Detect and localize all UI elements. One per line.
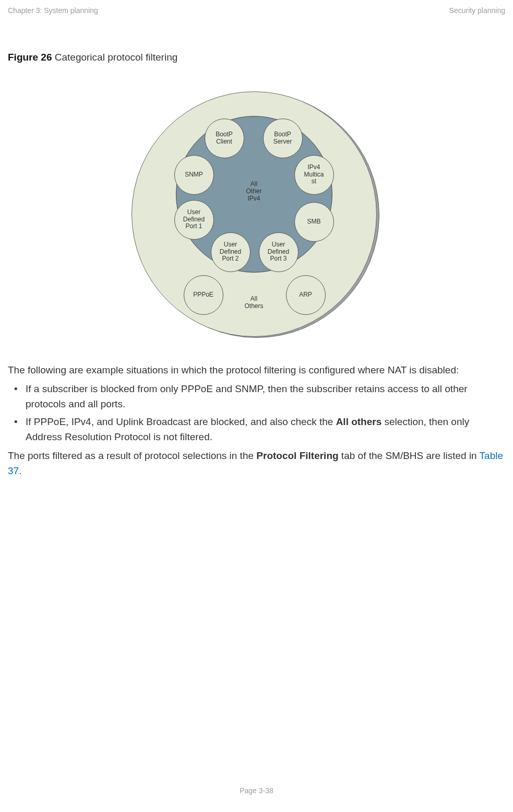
p2-c: . [19,465,21,476]
node-ipv4-multicast: IPv4 Multica st [294,155,334,195]
node-pppoe: PPPoE [184,275,223,315]
figure-number: Figure 26 [8,52,52,63]
node-bootp-server: BootP Server [263,119,303,158]
node-user-defined-port-2: User Defined Port 2 [211,232,250,272]
label-all-others: All Others [228,295,280,310]
closing-paragraph: The ports filtered as a result of protoc… [8,449,505,478]
node-arp: ARP [286,275,326,315]
example-list: If a subscriber is blocked from only PPP… [8,382,505,444]
header-left: Chapter 3: System planning [8,5,98,16]
node-bootp-client: BootP Client [205,119,244,158]
p2-b: tab of the SM/BHS are listed in [339,450,480,461]
header-right: Security planning [449,5,505,16]
protocol-diagram: All Other IPv4 All Others BootP Client B… [132,91,382,342]
diagram-container: All Other IPv4 All Others BootP Client B… [8,91,505,342]
p2-a: The ports filtered as a result of protoc… [8,450,256,461]
figure-label: Figure 26 Categorical protocol filtering [8,50,505,65]
p2-bold: Protocol Filtering [256,450,338,461]
li2-bold: All others [336,416,382,427]
node-user-defined-port-3: User Defined Port 3 [259,232,299,272]
figure-caption: Categorical protocol filtering [52,52,177,63]
node-smb: SMB [294,202,334,242]
page-footer: Page 3-38 [0,785,513,796]
node-user-defined-port-1: User Defined Port 1 [174,200,214,240]
list-item: If PPPoE, IPv4, and Uplink Broadcast are… [8,415,505,444]
list-item: If a subscriber is blocked from only PPP… [8,382,505,411]
page-header: Chapter 3: System planning Security plan… [8,5,505,16]
label-all-other-ipv4: All Other IPv4 [228,180,280,203]
intro-paragraph: The following are example situations in … [8,363,505,378]
node-snmp: SNMP [174,155,214,195]
li2-text-a: If PPPoE, IPv4, and Uplink Broadcast are… [26,416,336,427]
li1-text: If a subscriber is blocked from only PPP… [26,383,468,409]
